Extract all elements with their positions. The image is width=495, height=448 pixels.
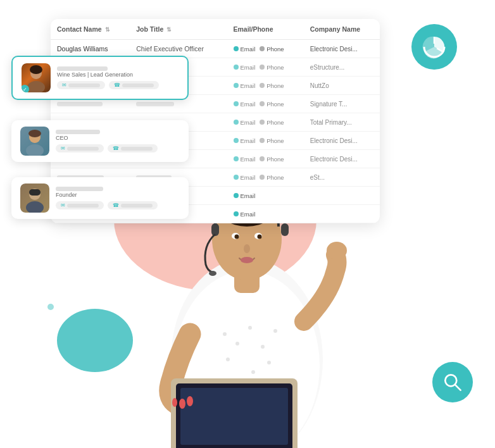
phone-dot [260, 156, 265, 161]
contact-info-2: CEO ✉ ☎ [56, 130, 180, 152]
email-badge: Email [234, 119, 256, 126]
phone-pill-1: ☎ [109, 81, 159, 89]
pie-chart-icon [422, 34, 447, 59]
email-pill-1: ✉ [57, 81, 105, 89]
phone-badge: Phone [260, 82, 284, 89]
svg-rect-8 [29, 189, 41, 196]
svg-point-27 [258, 235, 262, 239]
svg-point-28 [244, 244, 250, 253]
svg-point-7 [26, 201, 44, 213]
phone-bar-3 [121, 204, 153, 208]
email-icon-3: ✉ [61, 202, 65, 208]
email-pill-2: ✉ [56, 144, 104, 152]
col-job-title[interactable]: Job Title ⇅ [130, 19, 227, 40]
email-dot [234, 83, 239, 88]
contact-info-1: Wine Sales | Lead Generation ✉ ☎ [57, 66, 179, 89]
phone-bar-1 [122, 84, 154, 87]
svg-point-18 [267, 361, 271, 364]
phone-badge: Phone [260, 119, 284, 126]
contact-name-2 [56, 130, 180, 134]
email-pill-3: ✉ [56, 201, 104, 209]
phone-icon-3: ☎ [113, 202, 119, 208]
email-dot [234, 156, 239, 161]
svg-rect-36 [180, 388, 288, 445]
phone-badge: Phone [260, 64, 284, 71]
contact-info-3: Founder ✉ ☎ [56, 187, 180, 209]
email-badge[interactable]: Email [234, 46, 256, 53]
sort-icon-title: ⇅ [166, 27, 172, 33]
phone-dot [260, 175, 265, 180]
sort-icon-name: ⇅ [105, 27, 110, 33]
contact-avatar-3 [20, 184, 49, 213]
svg-point-32 [209, 271, 216, 276]
contact-details-1: ✉ ☎ [57, 81, 179, 89]
phone-bar-2 [121, 147, 153, 151]
contact-card-1[interactable]: ✓ Wine Sales | Lead Generation ✉ ☎ [11, 56, 189, 100]
contact-card-3[interactable]: Founder ✉ ☎ [11, 177, 189, 219]
phone-pill-3: ☎ [108, 201, 158, 209]
email-dot [234, 65, 239, 70]
scene: Contact Name ⇅ Job Title ⇅ Email/Phone C… [0, 0, 495, 448]
phone-badge: Phone [260, 101, 284, 108]
contact-details-2: ✉ ☎ [56, 144, 180, 152]
svg-point-2 [30, 65, 42, 74]
phone-badge: Phone [260, 174, 284, 181]
phone-badge[interactable]: Phone [260, 46, 284, 53]
phone-dot [260, 83, 265, 88]
email-dot [234, 193, 239, 198]
email-bar-1 [68, 84, 100, 87]
phone-dot [260, 138, 265, 143]
svg-point-17 [251, 370, 255, 374]
avatar-image-3 [20, 184, 49, 213]
svg-point-26 [235, 235, 239, 239]
svg-point-29 [241, 257, 253, 263]
email-dot [234, 101, 239, 106]
svg-point-37 [179, 399, 185, 409]
phone-dot [260, 120, 265, 125]
svg-point-38 [187, 396, 193, 406]
phone-dot [260, 65, 265, 70]
email-badge: Email [234, 82, 256, 89]
contact-card-2[interactable]: CEO ✉ ☎ [11, 120, 189, 162]
email-badge: Email [234, 211, 256, 218]
contact-title-3: Founder [56, 192, 180, 198]
phone-dot [260, 101, 265, 106]
contact-name-1 [57, 66, 179, 71]
email-icon-2: ✉ [61, 146, 65, 151]
email-badge: Email [234, 101, 256, 108]
search-circle [432, 362, 473, 402]
svg-point-11 [223, 332, 227, 336]
email-badge: Email [234, 174, 256, 181]
table-header-row: Contact Name ⇅ Job Title ⇅ Email/Phone C… [51, 19, 380, 40]
email-dot [234, 46, 239, 51]
teal-blob [57, 309, 133, 372]
phone-badge: Phone [260, 137, 284, 144]
phone-pill-2: ☎ [108, 144, 158, 152]
email-badge: Email [234, 192, 256, 199]
email-badge: Email [234, 64, 256, 71]
svg-point-14 [261, 345, 265, 349]
col-company-name[interactable]: Company Name [304, 19, 380, 40]
email-icon-1: ✉ [62, 82, 66, 88]
search-icon [441, 371, 464, 394]
email-dot [234, 138, 239, 143]
contact-name-3 [56, 187, 180, 191]
col-contact-name[interactable]: Contact Name ⇅ [51, 19, 130, 40]
svg-point-39 [172, 398, 177, 407]
svg-point-33 [327, 242, 347, 259]
col-email-phone[interactable]: Email/Phone [227, 19, 304, 40]
phone-icon-2: ☎ [113, 146, 119, 151]
email-bar-2 [67, 147, 99, 151]
phone-dot [260, 46, 265, 51]
chart-circle [411, 24, 457, 70]
email-bar-3 [67, 204, 99, 208]
svg-line-45 [455, 385, 461, 390]
svg-rect-31 [281, 223, 289, 236]
check-badge-1: ✓ [22, 85, 29, 92]
svg-point-1 [27, 81, 45, 92]
phone-badge: Phone [260, 156, 284, 163]
dot-decoration-2 [47, 304, 54, 310]
contact-avatar-2 [20, 127, 49, 156]
svg-point-16 [226, 358, 230, 361]
svg-point-13 [248, 326, 252, 330]
